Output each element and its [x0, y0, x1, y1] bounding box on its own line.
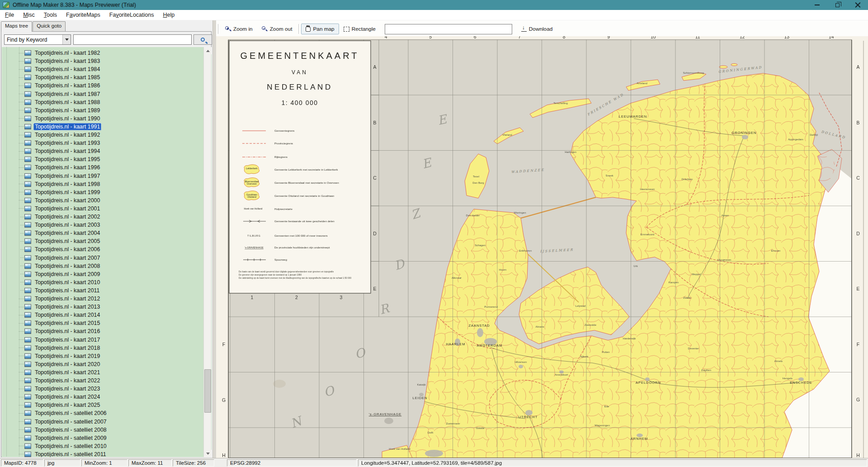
tree-item[interactable]: Topotijdreis.nl - kaart 2004	[2, 229, 210, 237]
tree-item[interactable]: Topotijdreis.nl - satelliet 2007	[2, 418, 210, 426]
tree-item-label: Topotijdreis.nl - kaart 2022	[33, 377, 101, 384]
svg-text:ARNHEM: ARNHEM	[631, 437, 648, 441]
tree-item[interactable]: Topotijdreis.nl - kaart 1997	[2, 172, 210, 180]
tree-item[interactable]: Topotijdreis.nl - kaart 2017	[2, 336, 210, 344]
close-button[interactable]	[848, 0, 868, 10]
tree-item[interactable]: Topotijdreis.nl - kaart 2001	[2, 205, 210, 213]
tree-item-label: Topotijdreis.nl - kaart 2000	[33, 197, 101, 204]
svg-text:Putten: Putten	[602, 351, 609, 353]
tree-item-label: Topotijdreis.nl - kaart 2001	[33, 205, 101, 212]
tab-quick-goto[interactable]: Quick goto	[33, 21, 66, 31]
tree-item[interactable]: Topotijdreis.nl - kaart 1988	[2, 98, 210, 106]
tree-item[interactable]: Topotijdreis.nl - kaart 1989	[2, 106, 210, 114]
panel-splitter[interactable]	[212, 20, 216, 458]
tree-connector	[19, 200, 24, 200]
toolbar-separator	[298, 24, 299, 34]
tree-item[interactable]: Topotijdreis.nl - kaart 2003	[2, 221, 210, 229]
svg-text:1: 400 000: 1: 400 000	[281, 99, 318, 106]
legend-card: GEMEENTENKAARTVANNEDERLAND1: 400 000Geme…	[229, 40, 379, 317]
tree-item[interactable]: Topotijdreis.nl - satelliet 2008	[2, 426, 210, 434]
tree-scrollbar[interactable]	[203, 47, 211, 457]
pan-map-button[interactable]: Pan map	[301, 24, 339, 34]
tree-item[interactable]: Topotijdreis.nl - kaart 1982	[2, 49, 210, 57]
menu-favoritelocations[interactable]: FavoriteLocations	[105, 10, 158, 19]
tree-item[interactable]: Topotijdreis.nl - kaart 2002	[2, 213, 210, 221]
tree-item[interactable]: Topotijdreis.nl - kaart 2011	[2, 286, 210, 295]
svg-text:11: 11	[695, 36, 700, 39]
tree-item[interactable]: Topotijdreis.nl - kaart 2025	[2, 401, 210, 409]
tree-item[interactable]: Topotijdreis.nl - satelliet 2010	[2, 442, 210, 450]
tree-item[interactable]: Topotijdreis.nl - kaart 1998	[2, 180, 210, 188]
tree-item[interactable]: Topotijdreis.nl - kaart 2014	[2, 311, 210, 319]
tree-item[interactable]: Topotijdreis.nl - kaart 2015	[2, 319, 210, 327]
svg-text:G: G	[856, 397, 860, 402]
tree-item-label: Topotijdreis.nl - satelliet 2011	[33, 451, 108, 457]
tree-item[interactable]: Topotijdreis.nl - kaart 1992	[2, 131, 210, 139]
tree-item[interactable]: Topotijdreis.nl - kaart 1994	[2, 147, 210, 155]
tree-item[interactable]: Topotijdreis.nl - kaart 2006	[2, 245, 210, 253]
tree-item[interactable]: Topotijdreis.nl - kaart 1986	[2, 81, 210, 90]
zoom-in-button[interactable]: Zoom in	[221, 24, 257, 34]
search-row: Find by Keyword	[3, 34, 210, 45]
tree-item[interactable]: Topotijdreis.nl - kaart 2018	[2, 344, 210, 352]
scrollbar-thumb[interactable]	[204, 369, 211, 413]
tree-connector	[19, 397, 24, 397]
tree-item[interactable]: Topotijdreis.nl - kaart 2021	[2, 368, 210, 376]
tree-item[interactable]: Topotijdreis.nl - kaart 2016	[2, 327, 210, 335]
tree-item[interactable]: Topotijdreis.nl - kaart 2023	[2, 385, 210, 393]
tree-connector	[19, 438, 24, 438]
restore-button[interactable]	[827, 0, 848, 10]
tree-item[interactable]: Topotijdreis.nl - kaart 1984	[2, 65, 210, 73]
tree-item[interactable]: Topotijdreis.nl - kaart 2024	[2, 393, 210, 401]
map-image-icon	[24, 345, 31, 351]
tree-item[interactable]: Topotijdreis.nl - kaart 1996	[2, 163, 210, 172]
tree-item[interactable]: Topotijdreis.nl - kaart 1999	[2, 188, 210, 196]
map-canvas: NOORDZEE GRONINGERWADFRIESCHE WADWADDENZ…	[216, 36, 868, 458]
tree-item[interactable]: Topotijdreis.nl - kaart 2000	[2, 196, 210, 205]
menu-help[interactable]: Help	[159, 10, 179, 19]
tree-item[interactable]: Topotijdreis.nl - kaart 2009	[2, 270, 210, 278]
combo-dropdown-button[interactable]	[62, 35, 71, 44]
scroll-down-button[interactable]	[204, 450, 212, 457]
download-button[interactable]: Download	[517, 24, 557, 34]
tab-maps-tree[interactable]: Maps tree	[1, 21, 32, 32]
tree-item[interactable]: Topotijdreis.nl - kaart 2007	[2, 254, 210, 262]
zoom-out-button[interactable]: Zoom out	[257, 24, 297, 34]
search-mode-select[interactable]: Find by Keyword	[4, 34, 71, 45]
tree-item[interactable]: Topotijdreis.nl - kaart 1985	[2, 73, 210, 81]
tree-item[interactable]: Topotijdreis.nl - kaart 1983	[2, 57, 210, 65]
tree-item[interactable]: Topotijdreis.nl - kaart 2008	[2, 262, 210, 270]
tree-item[interactable]: Topotijdreis.nl - kaart 2013	[2, 303, 210, 311]
menu-misc[interactable]: Misc	[19, 10, 39, 19]
tree-item[interactable]: Topotijdreis.nl - satelliet 2009	[2, 434, 210, 442]
tree-item[interactable]: Topotijdreis.nl - satelliet 2006	[2, 409, 210, 417]
tree-item[interactable]: Topotijdreis.nl - kaart 1995	[2, 155, 210, 163]
scroll-up-button[interactable]	[204, 47, 212, 54]
map-image-icon	[24, 165, 31, 170]
tree-item[interactable]: Topotijdreis.nl - satelliet 2011	[2, 450, 210, 457]
search-button[interactable]	[193, 34, 212, 45]
tree-item[interactable]: Topotijdreis.nl - kaart 2010	[2, 278, 210, 286]
menu-file[interactable]: File	[1, 10, 18, 19]
tree-item[interactable]: Topotijdreis.nl - kaart 1987	[2, 90, 210, 98]
rectangle-button[interactable]: Rectangle	[339, 24, 380, 34]
menu-tools[interactable]: Tools	[40, 10, 61, 19]
map-viewport[interactable]: NOORDZEE GRONINGERWADFRIESCHE WADWADDENZ…	[216, 36, 868, 458]
toolbar-input[interactable]	[385, 24, 512, 34]
menu-favoritemaps[interactable]: FavoriteMaps	[62, 10, 104, 19]
maps-tree-list[interactable]: Topotijdreis.nl - kaart 1982Topotijdreis…	[2, 47, 212, 457]
tree-item[interactable]: Topotijdreis.nl - kaart 1991	[2, 123, 210, 131]
search-input[interactable]	[73, 34, 192, 45]
tree-item[interactable]: Topotijdreis.nl - kaart 2022	[2, 376, 210, 385]
svg-text:Vlieland: Vlieland	[502, 133, 512, 136]
svg-text:Hoogeveen: Hoogeveen	[717, 258, 731, 261]
tree-item[interactable]: Topotijdreis.nl - kaart 2019	[2, 352, 210, 360]
zoom-out-label: Zoom out	[270, 26, 292, 32]
minimize-button[interactable]	[807, 0, 827, 10]
tree-item[interactable]: Topotijdreis.nl - kaart 2005	[2, 237, 210, 245]
tree-item[interactable]: Topotijdreis.nl - kaart 1990	[2, 114, 210, 123]
svg-text:9: 9	[607, 36, 610, 39]
tree-item[interactable]: Topotijdreis.nl - kaart 2020	[2, 360, 210, 368]
tree-item[interactable]: Topotijdreis.nl - kaart 2012	[2, 295, 210, 303]
tree-item[interactable]: Topotijdreis.nl - kaart 1993	[2, 139, 210, 147]
